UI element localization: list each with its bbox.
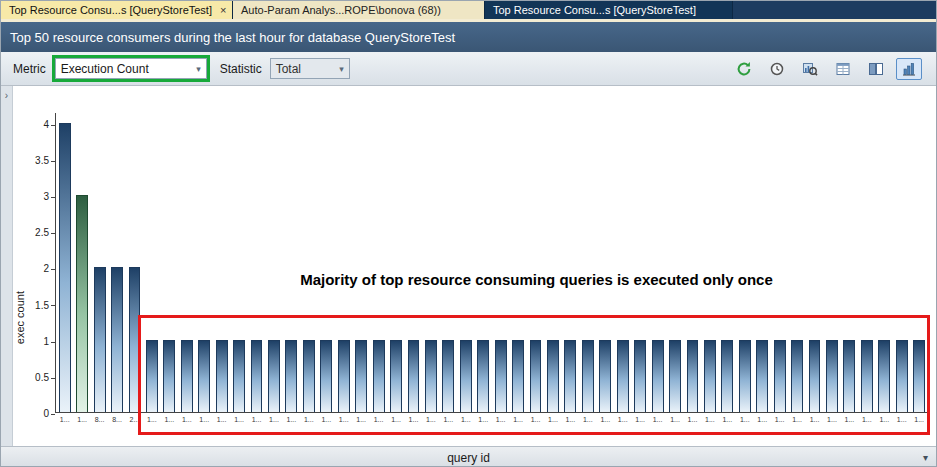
metric-highlight-box: Execution Count ▾ <box>52 55 210 82</box>
bar[interactable] <box>687 340 699 412</box>
bar[interactable] <box>408 340 420 412</box>
x-axis-dropdown-icon[interactable]: ▾ <box>923 452 928 463</box>
y-tick-label: 4 <box>43 119 55 130</box>
bar-slot: 1... <box>754 113 771 412</box>
bar[interactable] <box>774 340 786 412</box>
bar-slot: 1... <box>143 113 160 412</box>
bar[interactable] <box>634 340 646 412</box>
bar-slot: 1... <box>527 113 544 412</box>
bar[interactable] <box>739 340 751 412</box>
bar[interactable] <box>216 340 228 412</box>
x-axis-band: query id ▾ <box>1 446 936 467</box>
bar[interactable] <box>512 340 524 412</box>
plot-area: 1...1...8...8...2...1...1...1...1...1...… <box>55 113 928 446</box>
bar[interactable] <box>530 340 542 412</box>
bar-slot: 1... <box>352 113 369 412</box>
statistic-label: Statistic <box>220 62 262 76</box>
chevron-down-icon: ▾ <box>339 64 344 74</box>
bar-slot: 2... <box>126 113 143 412</box>
bar[interactable] <box>355 340 367 412</box>
x-tick-label: 1... <box>906 416 931 423</box>
bar[interactable] <box>163 340 175 412</box>
chart-content: › exec count 00.511.522.533.54 1...1...8… <box>1 86 936 446</box>
bar[interactable] <box>913 340 925 412</box>
bar[interactable] <box>390 340 402 412</box>
bar[interactable] <box>843 340 855 412</box>
bar[interactable] <box>617 340 629 412</box>
bar[interactable] <box>251 340 263 412</box>
track-query-button[interactable] <box>764 58 790 80</box>
bar-slot: 1... <box>318 113 335 412</box>
bar[interactable] <box>146 340 158 412</box>
bar[interactable] <box>878 340 890 412</box>
statistic-dropdown[interactable]: Total ▾ <box>270 58 350 79</box>
bar-slot: 8... <box>91 113 108 412</box>
bar[interactable] <box>756 340 768 412</box>
bar[interactable] <box>564 340 576 412</box>
bar[interactable] <box>495 340 507 412</box>
bar[interactable] <box>896 340 908 412</box>
bar[interactable] <box>76 195 88 412</box>
bar-slot: 1... <box>666 113 683 412</box>
refresh-button[interactable] <box>731 58 757 80</box>
metric-value: Execution Count <box>61 62 149 76</box>
bar[interactable] <box>181 340 193 412</box>
bar[interactable] <box>111 267 123 412</box>
close-icon[interactable]: × <box>212 4 226 16</box>
bar[interactable] <box>129 267 141 412</box>
bar[interactable] <box>94 267 106 412</box>
tab-auto-param-analysis[interactable]: Auto-Param Analys...ROPE\bonova (68)) <box>233 1 485 19</box>
bar-slot: 1... <box>283 113 300 412</box>
y-tick-label: 2 <box>43 263 55 274</box>
chart-view-button[interactable] <box>896 58 922 80</box>
metric-dropdown[interactable]: Execution Count ▾ <box>55 58 207 79</box>
y-tick-label: 1 <box>43 336 55 347</box>
bar-slot: 1... <box>893 113 910 412</box>
bar-slot: 1... <box>649 113 666 412</box>
bar-slot: 1... <box>475 113 492 412</box>
bar[interactable] <box>582 340 594 412</box>
bar-chart-icon <box>901 61 917 77</box>
view-plan-summary-button[interactable] <box>797 58 823 80</box>
bar-slot: 1... <box>248 113 265 412</box>
bar[interactable] <box>268 340 280 412</box>
bar[interactable] <box>303 340 315 412</box>
bar[interactable] <box>59 123 71 412</box>
chart-magnifier-icon <box>802 61 818 77</box>
y-axis: 00.511.522.533.54 <box>29 113 55 413</box>
bar[interactable] <box>198 340 210 412</box>
bar[interactable] <box>477 340 489 412</box>
bar[interactable] <box>233 340 245 412</box>
bar-slot: 1... <box>457 113 474 412</box>
bar[interactable] <box>373 340 385 412</box>
split-view-button[interactable] <box>863 58 889 80</box>
bar[interactable] <box>460 340 472 412</box>
bar[interactable] <box>669 340 681 412</box>
bar-slot: 8... <box>108 113 125 412</box>
bar[interactable] <box>425 340 437 412</box>
bar[interactable] <box>861 340 873 412</box>
bar[interactable] <box>704 340 716 412</box>
bar[interactable] <box>652 340 664 412</box>
tab-top-resource-consumers-active[interactable]: Top Resource Consu...s [QueryStoreTest] … <box>1 1 233 19</box>
bar[interactable] <box>809 340 821 412</box>
bar[interactable] <box>338 340 350 412</box>
page-title: Top 50 resource consumers during the las… <box>10 30 455 45</box>
bar[interactable] <box>320 340 332 412</box>
collapse-panel-strip[interactable]: › <box>1 86 13 446</box>
bar[interactable] <box>547 340 559 412</box>
bar[interactable] <box>285 340 297 412</box>
grid-view-button[interactable] <box>830 58 856 80</box>
bar[interactable] <box>599 340 611 412</box>
split-panes-icon <box>868 61 884 77</box>
tab-top-resource-consumers-2[interactable]: Top Resource Consu...s [QueryStoreTest] <box>485 1 733 19</box>
chart-area: exec count 00.511.522.533.54 1...1...8..… <box>13 86 936 446</box>
bar[interactable] <box>791 340 803 412</box>
bar[interactable] <box>826 340 838 412</box>
bar-slot: 1... <box>614 113 631 412</box>
bar[interactable] <box>442 340 454 412</box>
bar-slot: 1... <box>562 113 579 412</box>
bar[interactable] <box>721 340 733 412</box>
statistic-value: Total <box>276 62 301 76</box>
bar-slot: 1... <box>631 113 648 412</box>
